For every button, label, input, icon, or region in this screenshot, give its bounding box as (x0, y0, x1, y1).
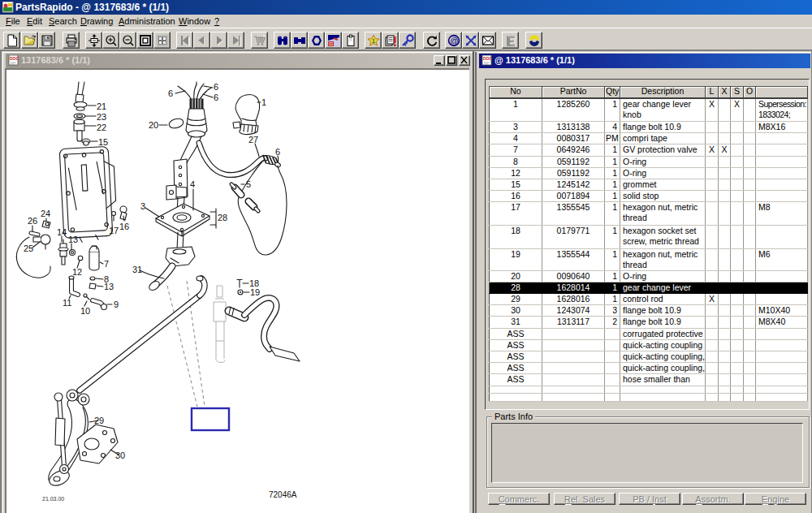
svg-text:29: 29 (94, 416, 104, 425)
svg-text:6: 6 (214, 82, 218, 92)
svg-text:@: @ (450, 37, 458, 45)
svg-text:22: 22 (97, 123, 106, 132)
svg-text:23: 23 (97, 112, 106, 122)
svg-text:DOC: DOC (483, 56, 492, 61)
svg-text:16: 16 (119, 222, 129, 231)
svg-text:24: 24 (41, 209, 50, 218)
svg-text:9: 9 (114, 300, 119, 309)
svg-text:19: 19 (250, 287, 260, 297)
svg-text:5: 5 (246, 179, 251, 189)
svg-text:4: 4 (190, 179, 195, 189)
svg-text:25: 25 (24, 244, 33, 253)
svg-text:17: 17 (109, 226, 119, 235)
svg-text:28: 28 (218, 213, 227, 222)
svg-text:21.03.00: 21.03.00 (42, 496, 64, 502)
svg-text:7: 7 (104, 259, 109, 269)
svg-text:13: 13 (104, 282, 114, 291)
svg-text:3: 3 (140, 201, 145, 211)
svg-text:14: 14 (57, 227, 67, 237)
svg-text:1: 1 (261, 97, 266, 107)
svg-text:1: 1 (372, 38, 375, 44)
svg-text:DOC: DOC (10, 56, 19, 61)
svg-text:72046A: 72046A (269, 490, 297, 499)
svg-text:6: 6 (214, 93, 218, 102)
svg-text:13: 13 (68, 235, 78, 244)
svg-text:30: 30 (115, 450, 125, 460)
svg-text:31: 31 (132, 265, 142, 274)
svg-text:6: 6 (168, 88, 173, 98)
svg-text:6: 6 (275, 147, 280, 157)
svg-text:26: 26 (28, 216, 37, 226)
svg-text:15: 15 (98, 137, 108, 147)
svg-text:10: 10 (80, 306, 90, 316)
svg-text:21: 21 (97, 101, 106, 111)
svg-text:27: 27 (248, 135, 258, 144)
svg-text:11: 11 (63, 298, 71, 308)
svg-text:12: 12 (72, 267, 82, 277)
svg-text:20: 20 (149, 120, 158, 130)
